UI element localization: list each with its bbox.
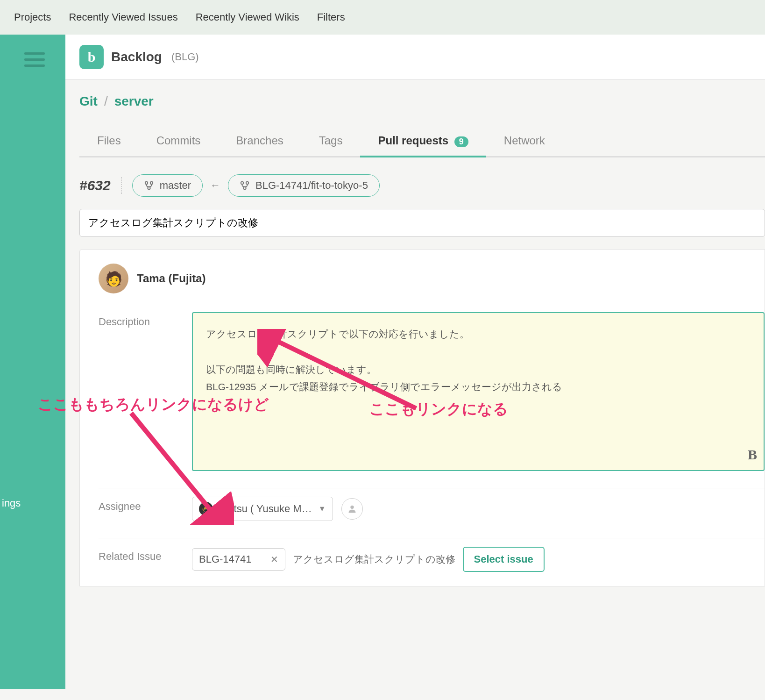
project-key: (BLG) — [171, 51, 199, 63]
related-issue-chip: BLG-14741 ✕ — [192, 548, 285, 571]
tab-network[interactable]: Network — [486, 128, 563, 156]
description-textarea[interactable]: アクセスログ集計スクリプトで以下の対応を行いました。 以下の問題も同時に解決して… — [192, 312, 765, 471]
divider — [121, 177, 122, 194]
nav-recent-issues[interactable]: Recently Viewed Issues — [69, 11, 177, 23]
chevron-down-icon: ▼ — [319, 505, 326, 513]
nav-projects[interactable]: Projects — [14, 11, 51, 23]
target-branch[interactable]: master — [132, 174, 203, 197]
bold-icon[interactable]: B — [748, 442, 757, 467]
project-header: b Backlog (BLG) — [65, 35, 765, 80]
source-branch[interactable]: BLG-14741/fit-to-tokyo-5 — [228, 174, 380, 197]
assign-me-button[interactable] — [341, 498, 363, 520]
pr-meta-row: #632 master ← BLG-14741/fit-to-tokyo-5 — [79, 174, 765, 197]
left-sidebar: ings — [0, 35, 65, 689]
svg-point-0 — [145, 182, 148, 185]
author-avatar: 🧑 — [99, 264, 128, 293]
sidebar-item-label[interactable]: ings — [0, 497, 21, 509]
project-icon: b — [79, 45, 104, 69]
svg-point-3 — [241, 182, 244, 185]
description-label: Description — [99, 312, 192, 328]
nav-recent-wikis[interactable]: Recently Viewed Wikis — [196, 11, 299, 23]
pr-title-input[interactable] — [79, 209, 765, 237]
assignee-avatar-icon: 🥷 — [199, 502, 213, 516]
svg-point-6 — [350, 506, 354, 509]
tab-tags[interactable]: Tags — [301, 128, 361, 156]
nav-filters[interactable]: Filters — [317, 11, 345, 23]
tab-files[interactable]: Files — [79, 128, 139, 156]
branch-icon — [240, 180, 250, 191]
author-name: Tama (Fujita) — [137, 272, 206, 285]
tab-commits[interactable]: Commits — [139, 128, 219, 156]
breadcrumb-git[interactable]: Git — [79, 94, 98, 109]
project-name[interactable]: Backlog — [111, 50, 162, 64]
tab-branches[interactable]: Branches — [218, 128, 301, 156]
related-issue-title: アクセスログ集計スクリプトの改修 — [293, 553, 455, 566]
assignee-select[interactable]: 🥷 matsu ( Yusuke M… ▼ — [192, 497, 333, 521]
breadcrumb-repo[interactable]: server — [114, 94, 154, 109]
related-issue-key[interactable]: BLG-14741 — [199, 553, 252, 565]
menu-toggle-icon[interactable] — [0, 35, 65, 67]
svg-point-1 — [150, 182, 153, 185]
assignee-label: Assignee — [99, 497, 192, 513]
repo-tabs: Files Commits Branches Tags Pull request… — [79, 128, 765, 157]
related-issue-label: Related Issue — [99, 547, 192, 563]
tab-pull-requests[interactable]: Pull requests 9 — [360, 128, 486, 157]
arrow-left-icon: ← — [210, 179, 220, 192]
pr-number: #632 — [79, 178, 111, 193]
breadcrumb: Git / server — [79, 94, 765, 109]
pr-count-badge: 9 — [454, 136, 468, 147]
svg-point-4 — [246, 182, 249, 185]
pr-form-card: 🧑 Tama (Fujita) Description アクセスログ集計スクリプ… — [79, 249, 765, 586]
select-issue-button[interactable]: Select issue — [463, 547, 545, 572]
remove-issue-icon[interactable]: ✕ — [270, 554, 278, 565]
branch-icon — [144, 180, 154, 191]
breadcrumb-sep: / — [104, 94, 108, 109]
person-icon — [347, 504, 357, 514]
top-nav: Projects Recently Viewed Issues Recently… — [0, 0, 765, 35]
